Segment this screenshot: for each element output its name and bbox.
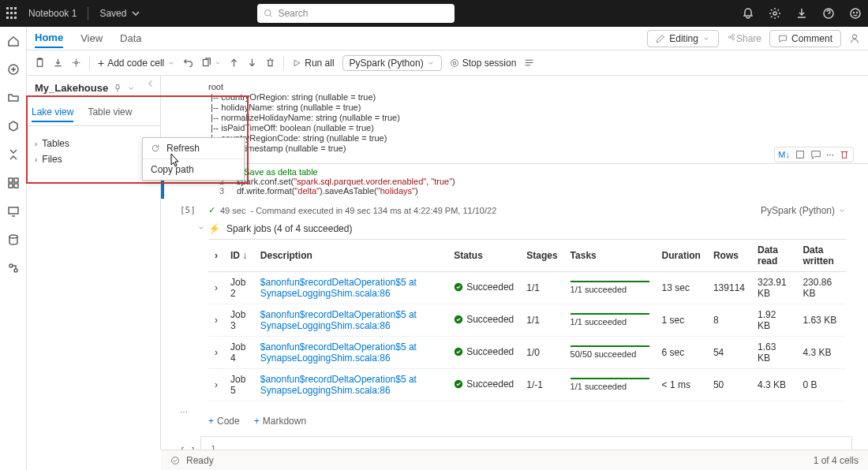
- collapse-sidebar-icon[interactable]: [146, 79, 155, 91]
- svg-point-13: [9, 264, 13, 267]
- home-icon[interactable]: [7, 35, 20, 47]
- svg-point-14: [14, 269, 17, 272]
- clipboard-icon[interactable]: [35, 58, 45, 68]
- lakehouse-sidebar: My_Lakehouse Lake view Table view › Tabl…: [27, 76, 161, 449]
- notebook-title[interactable]: Notebook 1: [28, 8, 77, 19]
- job-link[interactable]: $anonfun$recordDeltaOperation$5 at Synap…: [260, 374, 417, 396]
- download-icon[interactable]: [795, 7, 808, 20]
- toolbar: +Add code cell Run all PySpark (Python) …: [27, 50, 868, 76]
- search-input[interactable]: Search: [257, 4, 455, 23]
- stop-session-button[interactable]: Stop session: [450, 58, 517, 69]
- table-row[interactable]: › Job 2 $anonfun$recordDeltaOperation$5 …: [208, 272, 846, 304]
- svg-rect-19: [204, 59, 209, 65]
- delete-cell-icon[interactable]: [839, 149, 850, 160]
- code-cell[interactable]: M↓ ··· 1# Save as delta table 2spark.con…: [161, 163, 868, 199]
- svg-rect-21: [453, 62, 455, 64]
- browse-icon[interactable]: [7, 91, 20, 104]
- lakehouse-name[interactable]: My_Lakehouse: [35, 82, 108, 94]
- copy-icon[interactable]: [201, 58, 221, 68]
- table-row[interactable]: › Job 4 $anonfun$recordDeltaOperation$5 …: [208, 337, 846, 369]
- save-status[interactable]: Saved: [99, 7, 142, 20]
- cell-kernel[interactable]: PySpark (Python): [761, 205, 846, 216]
- data-icon[interactable]: [7, 233, 20, 246]
- svg-point-1: [773, 12, 776, 15]
- tab-data[interactable]: Data: [120, 29, 141, 47]
- job-link[interactable]: $anonfun$recordDeltaOperation$5 at Synap…: [260, 309, 417, 331]
- svg-point-3: [851, 9, 860, 18]
- expand-row-icon[interactable]: ›: [215, 379, 218, 390]
- notifications-icon[interactable]: [742, 7, 754, 20]
- comment-cell-icon[interactable]: [810, 149, 821, 160]
- move-down-icon[interactable]: [247, 58, 257, 68]
- comment-button[interactable]: Comment: [769, 30, 841, 47]
- col-data-written[interactable]: Data written: [796, 240, 846, 272]
- add-code-cell-button[interactable]: +Add code cell: [98, 57, 175, 69]
- menu-item-refresh[interactable]: Refresh: [143, 138, 244, 159]
- markdown-toggle[interactable]: M↓: [778, 150, 790, 159]
- menu-item-copy-path[interactable]: Copy path: [143, 159, 244, 180]
- empty-code-cell[interactable]: 1 Press shift + enter to run PySpark (Py…: [200, 436, 852, 449]
- expand-row-icon[interactable]: ›: [215, 282, 218, 293]
- move-up-icon[interactable]: [229, 58, 239, 68]
- import-icon[interactable]: [53, 58, 63, 68]
- expand-row-icon[interactable]: ›: [215, 315, 218, 326]
- create-icon[interactable]: [7, 63, 20, 76]
- kernel-select[interactable]: PySpark (Python): [342, 55, 442, 71]
- tab-lake-view[interactable]: Lake view: [32, 103, 73, 122]
- status-icon: [170, 456, 180, 465]
- add-markdown-button[interactable]: +Markdown: [254, 416, 306, 427]
- deployment-icon[interactable]: [7, 262, 20, 274]
- tab-home[interactable]: Home: [35, 28, 63, 48]
- table-row[interactable]: › Job 3 $anonfun$recordDeltaOperation$5 …: [208, 304, 846, 337]
- col-rows[interactable]: Rows: [707, 240, 751, 272]
- help-icon[interactable]: [822, 7, 835, 20]
- job-link[interactable]: $anonfun$recordDeltaOperation$5 at Synap…: [260, 277, 417, 299]
- more-cell-icon[interactable]: ···: [826, 149, 834, 160]
- add-code-button[interactable]: +Code: [208, 416, 240, 427]
- monitor-icon[interactable]: [7, 205, 20, 218]
- settings-icon[interactable]: [769, 7, 781, 20]
- tab-table-view[interactable]: Table view: [88, 103, 132, 122]
- settings-gear-icon[interactable]: [71, 58, 81, 68]
- job-link[interactable]: $anonfun$recordDeltaOperation$5 at Synap…: [260, 341, 417, 364]
- svg-point-12: [9, 235, 17, 238]
- schema-output: root |-- countryOrRegion: string (nullab…: [161, 76, 868, 160]
- col-description[interactable]: Description: [254, 240, 447, 272]
- col-data-read[interactable]: Data read: [751, 240, 796, 272]
- more-output-icon[interactable]: ···: [180, 406, 188, 417]
- divider: [88, 7, 88, 20]
- delete-icon[interactable]: [265, 58, 275, 68]
- col-duration[interactable]: Duration: [656, 240, 707, 272]
- apps-icon[interactable]: [7, 177, 20, 189]
- chevron-down-icon[interactable]: [127, 84, 135, 92]
- workspaces-icon[interactable]: [7, 148, 20, 161]
- col-tasks[interactable]: Tasks: [564, 240, 656, 272]
- pin-icon[interactable]: [113, 84, 122, 93]
- undo-icon[interactable]: [183, 58, 193, 68]
- people-icon[interactable]: [849, 33, 860, 44]
- cell-count: 1 of 4 cells: [814, 455, 859, 466]
- app-launcher-icon[interactable]: [6, 7, 19, 20]
- col-id[interactable]: ID ↓: [224, 240, 254, 272]
- svg-point-18: [75, 62, 77, 64]
- freeze-icon[interactable]: [795, 149, 806, 160]
- svg-rect-10: [14, 184, 18, 188]
- expand-row-icon[interactable]: ›: [215, 347, 218, 358]
- tree-item-files[interactable]: › Files: [32, 151, 155, 167]
- col-stages[interactable]: Stages: [520, 240, 563, 272]
- svg-rect-9: [9, 184, 13, 188]
- share-button[interactable]: Share: [727, 32, 761, 44]
- editing-mode[interactable]: Editing: [647, 30, 719, 47]
- expand-col[interactable]: ›: [208, 240, 224, 272]
- run-all-button[interactable]: Run all: [292, 58, 334, 69]
- feedback-icon[interactable]: [849, 7, 862, 20]
- tree-item-tables[interactable]: › Tables ···: [32, 136, 155, 151]
- svg-point-4: [854, 13, 855, 13]
- col-status[interactable]: Status: [447, 240, 520, 272]
- onelake-icon[interactable]: [7, 120, 20, 132]
- tab-view[interactable]: View: [80, 29, 103, 47]
- table-row[interactable]: › Job 5 $anonfun$recordDeltaOperation$5 …: [208, 369, 846, 401]
- chevron-right-icon: ›: [35, 155, 37, 164]
- variables-icon[interactable]: [524, 58, 534, 68]
- collapse-spark-icon[interactable]: [197, 223, 205, 234]
